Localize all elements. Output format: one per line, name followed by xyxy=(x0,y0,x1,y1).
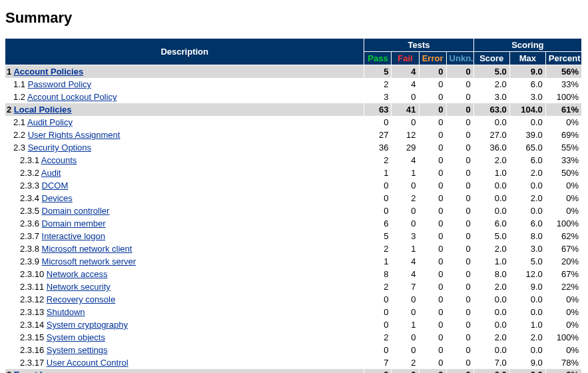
cell-description: 2.3.4 Devices xyxy=(5,192,364,204)
cell-description: 2.3.8 Microsoft network client xyxy=(5,242,364,255)
cell-fail: 1 xyxy=(392,242,419,255)
cell-score: 1.0 xyxy=(473,255,509,268)
cell-score: 2.0 xyxy=(473,78,509,91)
row-link[interactable]: System cryptography xyxy=(47,320,128,330)
row-id: 2.3.10 xyxy=(20,269,44,279)
row-link[interactable]: DCOM xyxy=(42,181,69,190)
cell-unkn: 0 xyxy=(446,217,473,230)
cell-score: 5.0 xyxy=(473,65,509,79)
cell-percent: 0% xyxy=(545,344,581,356)
cell-pass: 0 xyxy=(364,116,392,129)
cell-unkn: 0 xyxy=(446,204,473,217)
row-link[interactable]: Password Policy xyxy=(28,79,91,89)
row-link[interactable]: Microsoft network client xyxy=(42,244,133,254)
table-row: 1.1 Password Policy24002.06.033% xyxy=(5,78,582,91)
cell-score: 5.0 xyxy=(473,230,509,242)
cell-description: 2.3.5 Domain controller xyxy=(5,204,364,217)
cell-pass: 36 xyxy=(364,141,392,154)
cell-score: 7.0 xyxy=(473,356,509,369)
row-link[interactable]: Security Options xyxy=(28,143,91,153)
row-id: 2.3.15 xyxy=(20,332,44,342)
row-link[interactable]: Local Policies xyxy=(14,105,72,115)
cell-unkn: 0 xyxy=(446,306,473,318)
cell-description: 2.3 Security Options xyxy=(5,141,364,154)
row-id: 2.3.1 xyxy=(20,155,39,165)
cell-max: 6.0 xyxy=(509,78,545,91)
cell-pass: 2 xyxy=(364,331,392,344)
row-link[interactable]: Network access xyxy=(47,269,108,279)
cell-max: 9.0 xyxy=(509,280,545,293)
cell-error: 0 xyxy=(419,65,446,79)
table-row: 2.3.8 Microsoft network client21002.03.0… xyxy=(5,242,582,255)
table-row: 2.1 Audit Policy00000.00.00% xyxy=(5,116,582,129)
cell-error: 0 xyxy=(419,306,446,318)
cell-percent: 67% xyxy=(545,268,581,280)
cell-score: 0.0 xyxy=(473,293,509,306)
row-id: 2.3.4 xyxy=(20,193,39,203)
row-link[interactable]: System settings xyxy=(47,345,108,355)
row-link[interactable]: Shutdown xyxy=(47,307,85,317)
cell-max: 39.0 xyxy=(509,129,545,141)
cell-description: 2 Local Policies xyxy=(5,103,364,116)
cell-fail: 29 xyxy=(392,141,419,154)
row-link[interactable]: Account Lockout Policy xyxy=(27,92,117,102)
row-link[interactable]: Event Log xyxy=(14,370,56,373)
cell-percent: 0% xyxy=(545,369,581,373)
cell-description: 2.3.13 Shutdown xyxy=(5,306,364,318)
cell-score: 0.0 xyxy=(473,318,509,331)
cell-score: 27.0 xyxy=(473,129,509,141)
row-link[interactable]: User Account Control xyxy=(47,358,129,368)
cell-unkn: 0 xyxy=(446,91,473,103)
row-id: 1.1 xyxy=(13,79,25,89)
row-link[interactable]: Interactive logon xyxy=(42,231,105,241)
row-link[interactable]: Microsoft network server xyxy=(42,256,137,266)
cell-error: 0 xyxy=(419,217,446,230)
cell-description: 2.1 Audit Policy xyxy=(5,116,364,129)
cell-fail: 0 xyxy=(392,293,419,306)
cell-fail: 0 xyxy=(392,179,419,192)
cell-unkn: 0 xyxy=(446,65,473,79)
cell-score: 0.0 xyxy=(473,369,509,373)
cell-description: 2.3.10 Network access xyxy=(5,268,364,280)
cell-max: 3.0 xyxy=(509,242,545,255)
row-id: 2.3.16 xyxy=(20,345,44,355)
cell-score: 36.0 xyxy=(473,141,509,154)
row-link[interactable]: Audit xyxy=(41,168,61,178)
cell-max: 6.0 xyxy=(509,154,545,167)
cell-max: 6.0 xyxy=(509,217,545,230)
cell-pass: 5 xyxy=(364,230,392,242)
row-link[interactable]: Account Policies xyxy=(13,67,83,77)
cell-percent: 69% xyxy=(545,129,581,141)
row-id: 2.3.17 xyxy=(20,358,44,368)
row-link[interactable]: Devices xyxy=(42,193,73,203)
row-link[interactable]: Recovery console xyxy=(47,294,115,304)
cell-unkn: 0 xyxy=(446,154,473,167)
cell-error: 0 xyxy=(419,116,446,129)
cell-max: 0.0 xyxy=(509,306,545,318)
row-link[interactable]: Network security xyxy=(47,282,111,292)
row-link[interactable]: Domain member xyxy=(42,218,106,228)
row-link[interactable]: Audit Policy xyxy=(27,117,73,127)
cell-error: 0 xyxy=(419,318,446,331)
row-link[interactable]: Accounts xyxy=(41,155,77,165)
row-id: 2.3.13 xyxy=(20,307,44,317)
cell-unkn: 0 xyxy=(446,331,473,344)
cell-pass: 27 xyxy=(364,129,392,141)
cell-percent: 55% xyxy=(545,141,581,154)
cell-error: 0 xyxy=(419,242,446,255)
cell-fail: 12 xyxy=(392,129,419,141)
cell-description: 2.3.9 Microsoft network server xyxy=(5,255,364,268)
row-link[interactable]: System objects xyxy=(47,332,105,342)
cell-max: 2.0 xyxy=(509,192,545,204)
table-row: 2.3.12 Recovery console00000.00.00% xyxy=(5,293,582,306)
cell-unkn: 0 xyxy=(446,318,473,331)
cell-description: 2.3.6 Domain member xyxy=(5,217,364,230)
row-link[interactable]: Domain controller xyxy=(42,206,110,216)
cell-description: 1 Account Policies xyxy=(5,65,364,79)
cell-description: 2.3.7 Interactive logon xyxy=(5,230,364,242)
table-row: 2.3.4 Devices02000.02.00% xyxy=(5,192,582,204)
cell-description: 2.3.3 DCOM xyxy=(5,179,364,192)
row-link[interactable]: User Rights Assignment xyxy=(28,130,121,140)
row-id: 2.3.11 xyxy=(20,282,44,292)
row-id: 1 xyxy=(7,67,11,77)
